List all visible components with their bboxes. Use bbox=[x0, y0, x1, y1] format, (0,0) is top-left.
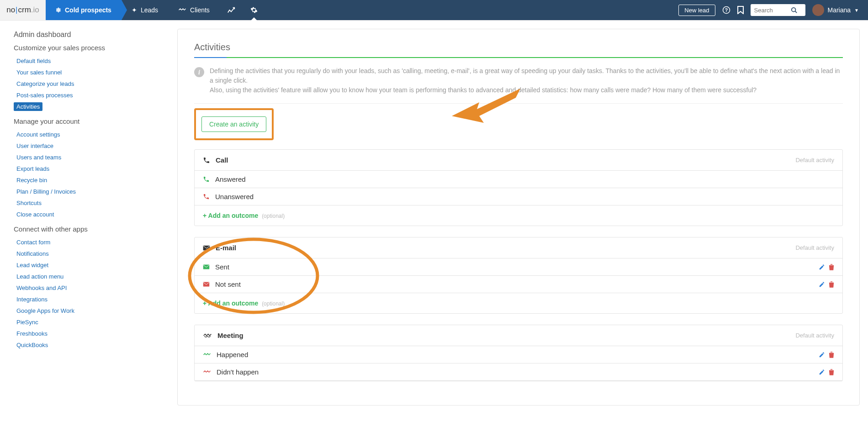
tab-analytics[interactable] bbox=[220, 0, 243, 20]
activity-header: Call Default activity bbox=[195, 150, 842, 171]
sidebar-item-postsales[interactable]: Post-sales processes bbox=[14, 90, 164, 101]
sidebar-link[interactable]: Activities bbox=[14, 102, 42, 111]
sidebar-item[interactable]: Export leads bbox=[14, 163, 164, 174]
sidebar-link[interactable]: Freshbooks bbox=[14, 329, 50, 338]
sidebar-item[interactable]: Close account bbox=[14, 209, 164, 220]
tab-label: Cold prospects bbox=[65, 6, 111, 14]
sidebar-link[interactable]: Export leads bbox=[14, 164, 52, 173]
outcome-label: Answered bbox=[215, 175, 246, 183]
search-box[interactable] bbox=[751, 4, 805, 16]
sidebar-link[interactable]: Plan / Billing / Invoices bbox=[14, 187, 79, 196]
sidebar-link[interactable]: Google Apps for Work bbox=[14, 306, 77, 315]
sidebar-group-connect: Contact form Notifications Lead widget L… bbox=[14, 237, 164, 351]
brand-part1: no bbox=[6, 5, 15, 15]
panel-divider bbox=[194, 57, 843, 58]
edit-icon[interactable] bbox=[819, 369, 825, 375]
info-icon: i bbox=[194, 67, 204, 77]
tab-cold-prospects[interactable]: ❄ Cold prospects bbox=[46, 0, 122, 20]
edit-icon[interactable] bbox=[819, 281, 825, 288]
nav-right: New lead ? Mariana ▼ bbox=[678, 0, 868, 20]
sidebar-item[interactable]: QuickBooks bbox=[14, 339, 164, 351]
sidebar-link[interactable]: Close account bbox=[14, 210, 57, 219]
sidebar-link[interactable]: Notifications bbox=[14, 249, 52, 258]
info-text: Defining the activities that you regular… bbox=[210, 66, 843, 95]
tab-label: Leads bbox=[141, 6, 158, 14]
sidebar-item[interactable]: Google Apps for Work bbox=[14, 305, 164, 316]
sidebar-link[interactable]: Contact form bbox=[14, 238, 53, 247]
sidebar-item[interactable]: Recycle bin bbox=[14, 174, 164, 186]
sidebar-link[interactable]: Recycle bin bbox=[14, 176, 50, 184]
sidebar-title: Admin dashboard bbox=[14, 31, 164, 39]
sidebar-item[interactable]: Lead widget bbox=[14, 259, 164, 271]
trash-icon[interactable] bbox=[829, 281, 834, 288]
sidebar-link[interactable]: Your sales funnel bbox=[14, 68, 64, 77]
sidebar-item[interactable]: Webhooks and API bbox=[14, 282, 164, 294]
add-outcome-label: Add an outcome bbox=[208, 212, 259, 219]
edit-icon[interactable] bbox=[819, 352, 825, 358]
search-input[interactable] bbox=[754, 7, 791, 14]
tab-settings[interactable] bbox=[243, 0, 265, 20]
sidebar-item-categorize[interactable]: Categorize your leads bbox=[14, 78, 164, 90]
create-activity-button[interactable]: Create an activity bbox=[201, 116, 266, 132]
panel-title: Activities bbox=[194, 42, 843, 53]
sidebar-item[interactable]: User interface bbox=[14, 140, 164, 152]
sidebar-link[interactable]: Shortcuts bbox=[14, 199, 44, 207]
sidebar-link[interactable]: QuickBooks bbox=[14, 341, 51, 349]
edit-icon[interactable] bbox=[819, 264, 825, 270]
sidebar-link[interactable]: PieSync bbox=[14, 318, 41, 327]
add-outcome-link[interactable]: + Add an outcome bbox=[203, 300, 258, 307]
sidebar-item[interactable]: Lead action menu bbox=[14, 271, 164, 282]
brand-logo[interactable]: no|crm.io bbox=[0, 0, 46, 20]
top-nav: no|crm.io ❄ Cold prospects ✦ Leads Clien… bbox=[0, 0, 868, 20]
info-row: i Defining the activities that you regul… bbox=[194, 66, 843, 104]
bookmark-icon[interactable] bbox=[737, 6, 744, 14]
outcome-row: Unanswered bbox=[195, 188, 842, 205]
search-icon[interactable] bbox=[791, 7, 797, 13]
phone-icon bbox=[203, 157, 210, 164]
activity-card-email: E-mail Default activity Sent bbox=[194, 237, 843, 314]
sidebar-item[interactable]: Freshbooks bbox=[14, 328, 164, 339]
user-menu[interactable]: Mariana ▼ bbox=[812, 4, 859, 16]
sidebar-item[interactable]: Account settings bbox=[14, 129, 164, 140]
sidebar-item[interactable]: Plan / Billing / Invoices bbox=[14, 186, 164, 197]
svg-rect-6 bbox=[203, 245, 210, 250]
tab-clients[interactable]: Clients bbox=[168, 0, 220, 20]
sidebar-item[interactable]: Integrations bbox=[14, 294, 164, 305]
outcome-label: Happened bbox=[217, 351, 248, 358]
outcome-actions bbox=[819, 264, 834, 270]
sidebar-item-sales-funnel[interactable]: Your sales funnel bbox=[14, 67, 164, 78]
outcome-label: Didn't happen bbox=[217, 368, 259, 376]
trash-icon[interactable] bbox=[829, 264, 834, 270]
activity-card-call: Call Default activity Answered Unanswere… bbox=[194, 149, 843, 226]
handshake-icon bbox=[178, 7, 186, 13]
sidebar-item-activities[interactable]: Activities bbox=[14, 101, 164, 112]
tab-leads[interactable]: ✦ Leads bbox=[122, 0, 168, 20]
sidebar-link[interactable]: User interface bbox=[14, 142, 56, 150]
trash-icon[interactable] bbox=[829, 352, 834, 358]
sidebar-item[interactable]: PieSync bbox=[14, 316, 164, 328]
sidebar-link[interactable]: Webhooks and API bbox=[14, 284, 69, 292]
sidebar-item-default-fields[interactable]: Default fields bbox=[14, 55, 164, 67]
add-outcome-link[interactable]: + Add an outcome bbox=[203, 212, 258, 219]
sidebar-link[interactable]: Account settings bbox=[14, 130, 63, 139]
sidebar-link[interactable]: Lead action menu bbox=[14, 272, 66, 281]
sidebar-item[interactable]: Notifications bbox=[14, 248, 164, 259]
sidebar-link[interactable]: Categorize your leads bbox=[14, 79, 77, 88]
activity-header: Meeting Default activity bbox=[195, 325, 842, 346]
sidebar-link[interactable]: Integrations bbox=[14, 295, 50, 304]
help-icon[interactable]: ? bbox=[722, 6, 730, 14]
sidebar-item[interactable]: Contact form bbox=[14, 237, 164, 248]
sidebar-item[interactable]: Shortcuts bbox=[14, 197, 164, 209]
highlight-box: Create an activity bbox=[194, 108, 274, 140]
handshake-icon bbox=[203, 332, 212, 339]
trash-icon[interactable] bbox=[829, 369, 834, 375]
sidebar-link[interactable]: Lead widget bbox=[14, 261, 51, 269]
svg-point-2 bbox=[791, 8, 795, 12]
sidebar-item[interactable]: Users and teams bbox=[14, 152, 164, 163]
brand-pipe: | bbox=[16, 5, 17, 15]
sidebar-link[interactable]: Default fields bbox=[14, 57, 53, 65]
sidebar-group-customize: Default fields Your sales funnel Categor… bbox=[14, 55, 164, 112]
sidebar-link[interactable]: Users and teams bbox=[14, 153, 64, 162]
new-lead-button[interactable]: New lead bbox=[678, 5, 715, 16]
sidebar-link[interactable]: Post-sales processes bbox=[14, 91, 76, 100]
